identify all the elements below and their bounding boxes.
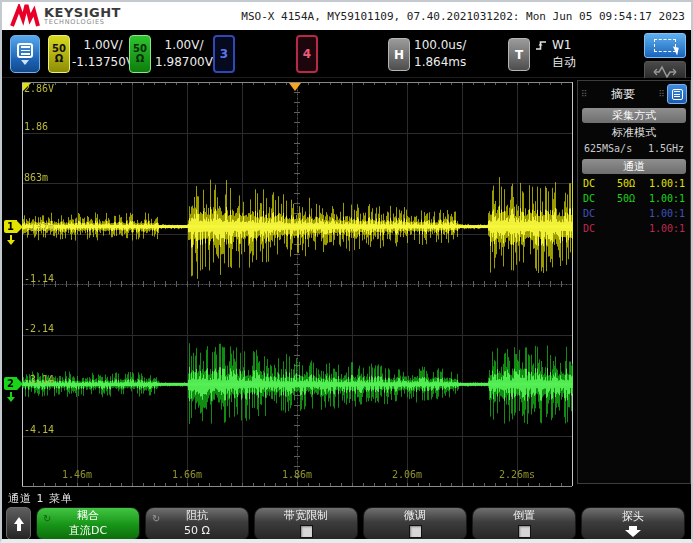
ch2-marker-label: 2 — [4, 377, 17, 390]
oscilloscope-screen: KEYSIGHT TECHNOLOGIES MSO-X 4154A, MY591… — [0, 0, 693, 543]
toolbar: 50 Ω 1.00V/ -1.13750V 50 Ω 1.00V/ 1.9870… — [2, 30, 691, 78]
main-menu-button[interactable] — [10, 35, 40, 73]
softkey-invert[interactable]: 倒置 — [472, 507, 576, 540]
ch2-ground-icon — [7, 392, 15, 402]
y-axis-label: -1.14 — [24, 274, 54, 284]
ch3-probe-ratio: 1.00:1 — [643, 208, 685, 219]
zoom-tool-button[interactable] — [644, 33, 686, 58]
ch4-label: 4 — [303, 48, 311, 61]
acquisition-section-header: 采集方式 — [582, 108, 686, 123]
checkbox[interactable] — [409, 525, 422, 538]
scale-corner-marker — [23, 83, 31, 91]
channel-summary-row: DC 1.00:1 — [581, 221, 687, 236]
channel1-readout[interactable]: 1.00V/ -1.13750V — [72, 37, 134, 71]
ch1-coupling: DC — [583, 178, 609, 189]
horizontal-button[interactable]: H — [388, 38, 410, 71]
summary-panel: ⠿ 摘要 ⠿ 采集方式 标准模式 625MSa/s 1.5GHz 通道 DC 5… — [577, 80, 691, 484]
acquisition-mode: 标准模式 — [581, 125, 687, 141]
trigger-source: W1 — [552, 37, 572, 54]
softkey-label: 带宽限制 — [284, 509, 328, 523]
channel-summary-row: DC 50Ω 1.00:1 — [581, 191, 687, 206]
ch2-coupling: DC — [583, 193, 609, 204]
softkey-label: 阻抗 — [186, 509, 208, 523]
keysight-logo-icon — [10, 4, 40, 28]
trigger-readout: W1 自动 — [536, 37, 592, 71]
channel-summary-row: DC 1.00:1 — [581, 206, 687, 221]
y-axis-label: -3.14 — [24, 375, 54, 385]
y-axis-label: -137m — [24, 223, 54, 233]
keysight-logo: KEYSIGHT TECHNOLOGIES — [2, 4, 121, 28]
softkey-value: 50 Ω — [184, 524, 210, 538]
trigger-time-marker[interactable] — [289, 83, 301, 91]
t-label: T — [515, 48, 523, 62]
channels-section-header: 通道 — [582, 159, 686, 174]
timebase-scale: 100.0us/ — [414, 37, 466, 54]
panel-title: 摘要 — [590, 86, 657, 103]
channel2-ground-marker[interactable]: 2 — [4, 377, 23, 390]
channel2-readout[interactable]: 1.00V/ 1.98700V — [153, 37, 215, 71]
trigger-button[interactable]: T — [508, 38, 530, 71]
waveform-display-area: 2.86V 1.86 863m -137m -1.14 -2.14 -3.14 … — [2, 78, 693, 489]
back-button[interactable] — [6, 507, 31, 540]
ch1-ground-icon — [7, 235, 15, 245]
waveform-icon — [652, 65, 678, 79]
checkbox[interactable] — [300, 525, 313, 538]
checkbox[interactable] — [518, 525, 531, 538]
ch4-coupling: DC — [583, 223, 609, 234]
chevron-down-icon — [21, 60, 29, 65]
menu-title: 通道 1 菜单 — [8, 491, 73, 506]
ch2-badge-bottom: Ω — [136, 54, 145, 65]
ch2-probe-ratio: 1.00:1 — [643, 193, 685, 204]
ch4-probe-ratio: 1.00:1 — [643, 223, 685, 234]
softkey-value: 直流DC — [69, 524, 107, 538]
knob-icon: ↻ — [43, 512, 51, 525]
softkey-bandwidth-limit[interactable]: 带宽限制 — [254, 507, 358, 540]
y-axis-label: -4.14 — [24, 425, 54, 435]
h-label: H — [394, 48, 404, 62]
drag-grip-icon[interactable]: ⠿ — [658, 90, 665, 99]
softkey-menubar: 通道 1 菜单 ↻ 耦合 直流DC ↻ 阻抗 50 Ω 带宽限制 微调 — [2, 489, 693, 541]
brand-subname: TECHNOLOGIES — [44, 19, 121, 26]
channel1-impedance-badge[interactable]: 50 Ω — [48, 35, 70, 73]
selection-rect-icon — [654, 39, 676, 52]
channel3-badge[interactable]: 3 — [213, 35, 235, 73]
ch1-offset: -1.13750V — [72, 54, 134, 71]
channel1-ground-marker[interactable]: 1 — [4, 220, 23, 233]
panel-menu-button[interactable] — [667, 84, 687, 104]
ch1-impedance: 50Ω — [609, 178, 643, 189]
softkey-label: 探头 — [622, 510, 644, 524]
drag-grip-icon[interactable]: ⠿ — [581, 90, 588, 99]
waveform-canvas — [2, 78, 576, 489]
x-axis-label: 1.46m — [52, 470, 102, 480]
hamburger-icon — [17, 43, 33, 58]
channel4-badge[interactable]: 4 — [296, 35, 318, 73]
y-axis-label: -2.14 — [24, 324, 54, 334]
x-axis-label: 1.66m — [162, 470, 212, 480]
ch1-badge-bottom: Ω — [55, 54, 64, 65]
x-axis-label: 2.06m — [382, 470, 432, 480]
list-icon — [672, 89, 683, 100]
ch2-scale: 1.00V/ — [165, 37, 204, 54]
header-bar: KEYSIGHT TECHNOLOGIES MSO-X 4154A, MY591… — [2, 2, 691, 30]
channel2-impedance-badge[interactable]: 50 Ω — [129, 35, 151, 73]
softkey-probe[interactable]: 探头 — [581, 507, 685, 540]
ch1-scale: 1.00V/ — [84, 37, 123, 54]
softkey-fine-adjust[interactable]: 微调 — [363, 507, 467, 540]
softkey-impedance[interactable]: ↻ 阻抗 50 Ω — [145, 507, 249, 540]
softkey-label: 微调 — [404, 509, 426, 523]
timebase-delay: 1.864ms — [414, 54, 466, 71]
ch1-marker-label: 1 — [4, 220, 17, 233]
arrow-down-icon — [625, 526, 641, 537]
ch3-coupling: DC — [583, 208, 609, 219]
ch3-label: 3 — [220, 48, 228, 61]
horizontal-readout: 100.0us/ 1.864ms — [412, 37, 484, 71]
rising-edge-icon — [536, 39, 547, 51]
knob-icon: ↻ — [152, 512, 160, 525]
bandwidth: 1.5GHz — [648, 143, 684, 154]
y-axis-label: 863m — [24, 173, 48, 183]
x-axis-label: 1.86m — [272, 470, 322, 480]
arrow-up-icon — [14, 517, 24, 524]
ch2-impedance: 50Ω — [609, 193, 643, 204]
x-axis-label: 2.26ms — [492, 470, 542, 480]
softkey-coupling[interactable]: ↻ 耦合 直流DC — [36, 507, 140, 540]
